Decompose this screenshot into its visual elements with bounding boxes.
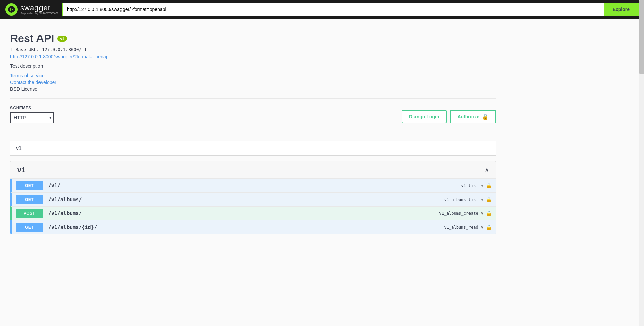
scheme-select[interactable]: HTTP HTTPS: [10, 112, 54, 123]
schemes-group: Schemes HTTP HTTPS ▾: [10, 106, 54, 123]
expand-chevron-icon: ∨: [481, 225, 483, 230]
endpoint-meta: v1_albums_read ∨ 🔒: [444, 225, 492, 230]
scrollbar-thumb[interactable]: [639, 0, 644, 74]
endpoint-path: /v1/albums/: [48, 197, 444, 203]
section-divider: [10, 134, 496, 134]
terms-of-service-link[interactable]: Terms of service: [10, 73, 496, 78]
endpoint-path: /v1/: [48, 183, 461, 189]
endpoint-meta: v1_albums_create ∨ 🔒: [439, 211, 492, 216]
topbar: {} swagger Supported by SMARTBEAR Explor…: [0, 0, 644, 19]
endpoint-row[interactable]: GET /v1/albums/ v1_albums_list ∨ 🔒: [10, 192, 496, 206]
operation-id: v1_albums_create: [439, 211, 478, 216]
operation-id: v1_list: [461, 183, 478, 188]
filter-input[interactable]: [10, 141, 496, 156]
method-badge-post: POST: [16, 209, 43, 218]
swagger-logo: {} swagger Supported by SMARTBEAR: [5, 3, 58, 16]
swagger-brand-text: swagger: [20, 4, 51, 12]
api-title: Rest API: [10, 32, 54, 45]
authorize-label: Authorize: [457, 114, 479, 119]
url-input[interactable]: [62, 3, 604, 16]
api-description: Test description: [10, 63, 496, 69]
smartbear-label: Supported by SMARTBEAR: [20, 12, 58, 15]
contact-developer-link[interactable]: Contact the developer: [10, 80, 496, 85]
api-group-v1: v1 ∧ GET /v1/ v1_list ∨ 🔒 GET /v1/albums…: [10, 161, 496, 234]
chevron-up-icon: ∧: [485, 166, 489, 174]
lock-icon: 🔓: [482, 114, 489, 120]
lock-icon-small: 🔒: [486, 183, 492, 188]
authorize-button[interactable]: Authorize 🔓: [450, 110, 496, 123]
expand-chevron-icon: ∨: [481, 197, 483, 202]
api-header: Rest API v1 [ Base URL: 127.0.0.1:8000/ …: [10, 26, 496, 95]
explore-button[interactable]: Explore: [604, 3, 639, 16]
base-url: [ Base URL: 127.0.0.1:8000/ ]: [10, 47, 496, 52]
endpoint-row[interactable]: GET /v1/ v1_list ∨ 🔒: [10, 179, 496, 192]
expand-chevron-icon: ∨: [481, 211, 483, 216]
swagger-logo-icon: {}: [5, 3, 18, 16]
url-bar: Explore: [62, 3, 639, 16]
main-content: Rest API v1 [ Base URL: 127.0.0.1:8000/ …: [0, 19, 506, 244]
auth-buttons: Django Login Authorize 🔓: [402, 110, 496, 123]
api-group-header[interactable]: v1 ∧: [10, 161, 496, 179]
license-text: BSD License: [10, 86, 496, 92]
django-login-button[interactable]: Django Login: [402, 110, 447, 123]
endpoint-row[interactable]: GET /v1/albums/{id}/ v1_albums_read ∨ 🔒: [10, 220, 496, 234]
operation-id: v1_albums_read: [444, 225, 478, 230]
lock-icon-small: 🔒: [486, 225, 492, 230]
method-badge-get: GET: [16, 195, 43, 204]
endpoint-meta: v1_albums_list ∨ 🔒: [444, 197, 492, 202]
endpoint-meta: v1_list ∨ 🔒: [461, 183, 492, 188]
operation-id: v1_albums_list: [444, 197, 478, 202]
scheme-select-wrapper: HTTP HTTPS ▾: [10, 112, 54, 123]
schemes-label: Schemes: [10, 106, 54, 110]
svg-text:{}: {}: [10, 7, 13, 11]
schema-link[interactable]: http://127.0.0.1:8000/swagger/?format=op…: [10, 54, 496, 59]
api-meta: Terms of service Contact the developer B…: [10, 73, 496, 92]
swagger-brand: swagger Supported by SMARTBEAR: [20, 4, 58, 15]
toolbar-row: Schemes HTTP HTTPS ▾ Django Login Author…: [10, 98, 496, 127]
api-group-title: v1: [17, 166, 25, 174]
api-section: v1 ∧ GET /v1/ v1_list ∨ 🔒 GET /v1/albums…: [10, 141, 496, 234]
api-title-row: Rest API v1: [10, 32, 496, 45]
lock-icon-small: 🔒: [486, 197, 492, 202]
scrollbar-track[interactable]: [639, 0, 644, 244]
endpoint-path: /v1/albums/{id}/: [48, 224, 444, 230]
method-badge-get: GET: [16, 223, 43, 232]
endpoint-path: /v1/albums/: [48, 210, 439, 216]
expand-chevron-icon: ∨: [481, 183, 483, 188]
version-badge: v1: [57, 36, 67, 42]
lock-icon-small: 🔒: [486, 211, 492, 216]
method-badge-get: GET: [16, 181, 43, 190]
endpoint-row[interactable]: POST /v1/albums/ v1_albums_create ∨ 🔒: [10, 206, 496, 220]
